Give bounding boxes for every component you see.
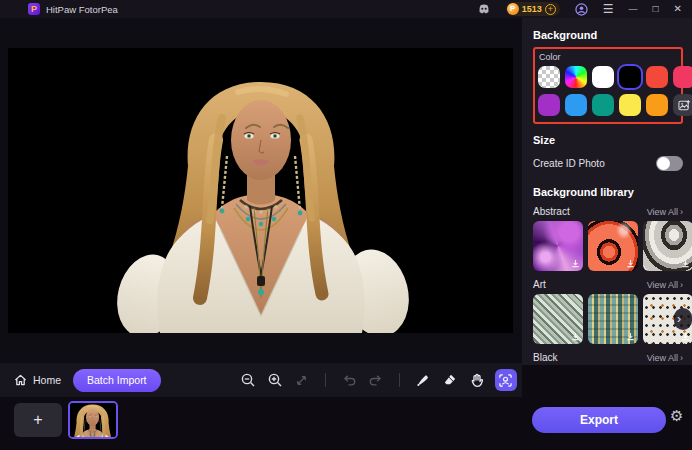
category-header-art: Art View All› <box>533 279 683 290</box>
home-button[interactable]: Home <box>14 374 61 386</box>
divider <box>399 373 400 387</box>
bg-thumb-abstract-3[interactable] <box>643 221 692 271</box>
coin-icon: P <box>507 3 519 15</box>
library-title: Background library <box>533 186 683 198</box>
color-swatch-grid <box>538 66 677 116</box>
eraser-icon[interactable] <box>441 371 459 389</box>
bottom-toolbar: Home Batch Import <box>0 363 522 397</box>
panel-footer-spacer <box>522 365 692 397</box>
panel-title: Background <box>533 29 683 41</box>
swatch-blue[interactable] <box>565 94 587 116</box>
swatch-purple[interactable] <box>538 94 560 116</box>
fit-expand-icon[interactable] <box>293 371 311 389</box>
create-id-photo-row: Create ID Photo <box>533 156 683 171</box>
color-label: Color <box>539 52 677 62</box>
app-logo-icon: P <box>28 3 40 15</box>
category-header-abstract: Abstract View All› <box>533 206 683 217</box>
brush-icon[interactable] <box>414 371 432 389</box>
category-label: Abstract <box>533 206 570 217</box>
chevron-right-icon: › <box>680 353 683 363</box>
export-button[interactable]: Export <box>532 407 666 433</box>
swatch-yellow[interactable] <box>619 94 641 116</box>
credits-badge[interactable]: P 1513 + <box>506 2 560 16</box>
tool-strip <box>239 369 517 391</box>
thumb-row-abstract <box>533 221 683 271</box>
hand-icon[interactable] <box>468 371 486 389</box>
swatch-rainbow[interactable] <box>565 66 587 88</box>
bg-thumb-art-1[interactable] <box>533 294 583 344</box>
image-plus-icon <box>678 99 691 112</box>
download-icon <box>681 332 690 341</box>
color-section-highlighted: Color <box>533 47 683 124</box>
swatch-rose[interactable] <box>673 66 692 88</box>
credits-count: 1513 <box>522 4 542 14</box>
download-icon <box>626 332 635 341</box>
create-id-photo-label: Create ID Photo <box>533 158 605 169</box>
divider <box>325 373 326 387</box>
swatch-orange[interactable] <box>646 94 668 116</box>
thumb-row-art: › <box>533 294 683 344</box>
custom-background-picker[interactable] <box>673 94 692 116</box>
background-panel: Background Color Size Cre <box>522 18 692 365</box>
bg-thumb-abstract-1[interactable] <box>533 221 583 271</box>
swatch-transparent[interactable] <box>538 66 560 88</box>
close-button[interactable]: ✕ <box>674 4 682 14</box>
view-all-art[interactable]: View All› <box>647 280 683 290</box>
category-label: Art <box>533 279 546 290</box>
app-window: P HitPaw FotorPea P 1513 + ☰ — □ ✕ <box>0 0 692 450</box>
toggle-knob <box>657 157 670 170</box>
download-icon <box>681 259 690 268</box>
undo-icon[interactable] <box>340 371 358 389</box>
category-header-black: Black View All› <box>533 352 683 363</box>
portrait-photo <box>8 48 513 333</box>
home-label: Home <box>33 374 61 386</box>
chevron-right-icon: › <box>680 207 683 217</box>
zoom-in-icon[interactable] <box>266 371 284 389</box>
thumbnail-image <box>70 403 116 437</box>
minimize-button[interactable]: — <box>629 5 638 14</box>
app-title: HitPaw FotorPea <box>46 4 118 15</box>
batch-import-button[interactable]: Batch Import <box>73 369 161 392</box>
portrait-matting-tool-active[interactable] <box>495 369 517 391</box>
maximize-button[interactable]: □ <box>653 4 659 14</box>
chevron-right-icon: › <box>680 280 683 290</box>
gear-icon[interactable]: ⚙ <box>670 408 683 423</box>
download-icon <box>571 332 580 341</box>
add-credits-icon[interactable]: + <box>545 4 556 15</box>
home-icon <box>14 374 27 386</box>
download-icon <box>571 259 580 268</box>
carousel-next-icon[interactable]: › <box>674 308 692 330</box>
view-all-abstract[interactable]: View All› <box>647 207 683 217</box>
download-icon <box>626 259 635 268</box>
swatch-white[interactable] <box>592 66 614 88</box>
bottom-bar: + Export ⚙ <box>0 397 692 450</box>
menu-icon[interactable]: ☰ <box>603 3 614 15</box>
add-image-button[interactable]: + <box>14 403 62 437</box>
bg-thumb-abstract-2[interactable] <box>588 221 638 271</box>
category-label: Black <box>533 352 557 363</box>
zoom-out-icon[interactable] <box>239 371 257 389</box>
titlebar: P HitPaw FotorPea P 1513 + ☰ — □ ✕ <box>0 0 692 18</box>
create-id-photo-toggle[interactable] <box>656 156 683 171</box>
view-all-black[interactable]: View All› <box>647 353 683 363</box>
size-section-title: Size <box>533 134 683 146</box>
swatch-black[interactable] <box>619 66 641 88</box>
bg-thumb-art-2[interactable] <box>588 294 638 344</box>
editor-workspace <box>0 18 522 363</box>
image-thumbnail-selected[interactable] <box>68 401 118 439</box>
account-icon[interactable] <box>575 3 588 16</box>
swatch-teal[interactable] <box>592 94 614 116</box>
redo-icon[interactable] <box>367 371 385 389</box>
discord-icon[interactable] <box>477 3 491 15</box>
photo-canvas[interactable] <box>8 48 513 333</box>
swatch-red[interactable] <box>646 66 668 88</box>
